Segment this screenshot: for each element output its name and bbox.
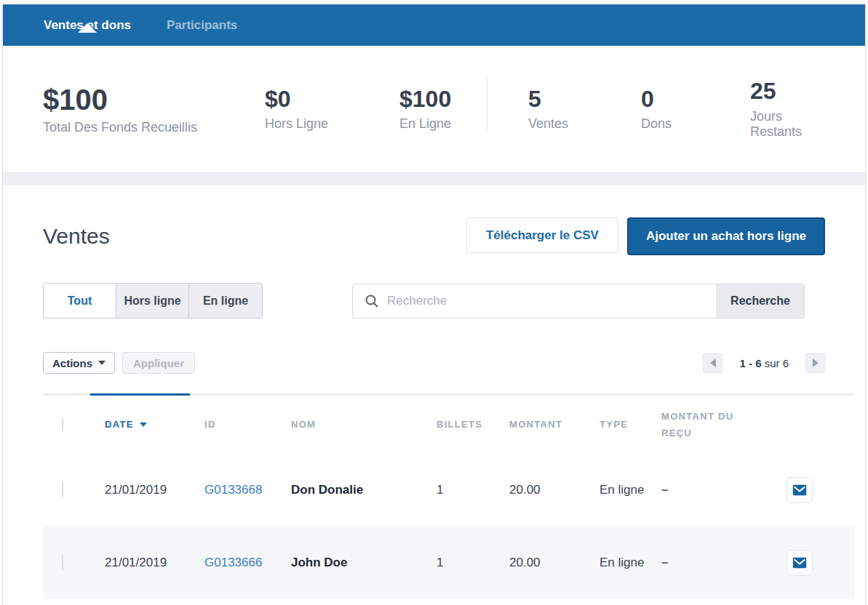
search-icon [365,294,379,308]
send-email-button[interactable] [787,477,813,503]
tab-label: Participants [167,18,237,32]
download-csv-button[interactable]: Télécharger le CSV [466,217,618,253]
chevron-right-icon [813,358,819,367]
actions-row: Actions Appliquer 1 - 6 sur 6 [43,352,825,374]
cell-recu: – [647,483,763,497]
apply-button[interactable]: Appliquer [122,352,195,374]
search-input[interactable] [387,294,716,308]
stat-label: Jours Restants [750,109,825,140]
table-row: 21/01/2019 G0133666 John Doe 1 20.00 En … [43,526,854,599]
sales-header-row: Ventes Télécharger le CSV Ajouter un ach… [43,217,825,255]
cell-montant: 20.00 [495,483,585,497]
cell-nom: John Doe [276,556,422,570]
stat-value: $0 [265,87,399,112]
column-header-id[interactable]: ID [190,416,276,433]
order-id-link[interactable]: G0133668 [204,483,262,497]
cell-nom: Don Donalie [276,483,422,497]
search-button[interactable]: Recherche [716,284,804,318]
cell-recu: – [647,556,763,570]
email-icon [792,555,808,571]
filter-tout[interactable]: Tout [44,284,116,318]
top-navigation-bar: Ventes et dons Participants [3,4,865,46]
sort-desc-icon [140,422,147,427]
stat-value: $100 [399,87,487,112]
filter-hors-ligne[interactable]: Hors ligne [116,284,189,318]
stat-offline: $0 Hors Ligne [265,87,399,132]
filter-en-ligne[interactable]: En ligne [189,284,262,318]
table-row: 21/01/2019 G0133668 Don Donalie 1 20.00 … [43,454,854,526]
row-checkbox[interactable] [62,555,63,570]
stat-label: Hors Ligne [265,116,399,132]
tab-participants[interactable]: Participants [167,18,237,33]
cell-date: 21/01/2019 [90,483,190,497]
stat-online: $100 En Ligne [399,87,487,132]
row-checkbox[interactable] [62,482,63,497]
page-title: Ventes [43,224,110,249]
active-tab-caret-icon [78,23,97,33]
pagination: 1 - 6 sur 6 [703,353,825,373]
stat-days-remaining: 25 Jours Restants [750,79,825,139]
cell-billets: 1 [422,556,495,570]
pagination-range-suffix: sur 6 [761,357,789,369]
sales-table: DATE ID NOM BILLETS MONTANT TYPE MONTANT… [43,393,854,599]
stats-divider [487,78,487,133]
table-header-row: DATE ID NOM BILLETS MONTANT TYPE MONTANT… [43,396,854,454]
column-header-nom[interactable]: NOM [276,416,422,433]
column-header-montant-du-recu[interactable]: MONTANT DU REÇU [647,408,763,442]
stat-total-funds: $100 Total Des Fonds Recueillis [43,84,265,135]
stats-summary-card: $100 Total Des Fonds Recueillis $0 Hors … [3,46,865,173]
cell-date: 21/01/2019 [90,556,190,570]
send-email-button[interactable] [787,550,813,576]
stat-value: 25 [750,79,825,104]
filter-segmented-control: Tout Hors ligne En ligne [43,283,263,318]
filter-row: Tout Hors ligne En ligne Recherche [43,283,825,318]
next-page-button[interactable] [805,353,825,373]
stat-value: $100 [43,84,265,116]
sorted-column-indicator [90,393,190,396]
card-gap [3,173,865,184]
actions-label: Actions [52,357,92,369]
cell-billets: 1 [422,483,495,497]
chevron-left-icon [710,358,716,367]
pagination-range-numbers: 1 - 6 [739,357,761,369]
stat-donations: 0 Dons [641,87,750,132]
stat-label: Total Des Fonds Recueillis [43,120,265,135]
select-all-checkbox[interactable] [62,418,63,430]
cell-montant: 20.00 [495,556,585,570]
page: Ventes et dons Participants $100 Total D… [2,4,866,605]
cell-id: G0133666 [190,556,276,570]
stat-label: Dons [641,116,750,132]
actions-dropdown-button[interactable]: Actions [43,352,115,374]
email-icon [792,482,808,498]
cell-id: G0133668 [190,483,276,497]
stat-sales: 5 Ventes [528,87,641,132]
sales-header-buttons: Télécharger le CSV Ajouter un achat hors… [466,217,825,255]
add-offline-purchase-button[interactable]: Ajouter un achat hors ligne [627,217,825,255]
sales-card: Ventes Télécharger le CSV Ajouter un ach… [3,184,865,605]
search-group: Recherche [352,284,805,318]
stat-label: Ventes [528,116,641,132]
table-top-border [43,393,854,396]
cell-type: En ligne [585,482,647,498]
stat-value: 5 [528,87,641,112]
cell-type: En ligne [585,555,647,571]
tab-ventes-et-dons[interactable]: Ventes et dons [44,18,131,33]
chevron-down-icon [98,361,105,365]
column-header-date[interactable]: DATE [90,416,190,433]
stat-label: En Ligne [399,116,487,132]
stat-value: 0 [641,87,750,112]
column-header-montant[interactable]: MONTANT [495,416,585,433]
column-header-type[interactable]: TYPE [585,416,647,433]
order-id-link[interactable]: G0133666 [204,556,262,569]
column-header-label: DATE [105,416,134,433]
pagination-range: 1 - 6 sur 6 [739,357,789,369]
column-header-billets[interactable]: BILLETS [422,416,495,433]
previous-page-button[interactable] [703,353,722,373]
search-box [353,284,716,318]
